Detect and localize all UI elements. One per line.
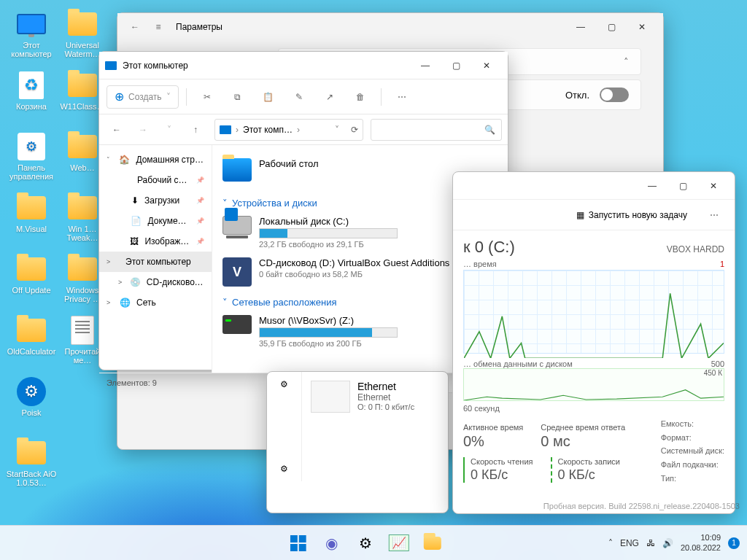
cut-icon[interactable]: ✂ bbox=[194, 84, 220, 110]
taskbar: ◉ ⚙ 📈 ˄ ENG 🖧 🔊 10:09 20.08.2022 1 bbox=[0, 525, 747, 560]
pc-icon bbox=[105, 61, 117, 70]
item-count: Элементов: 9 bbox=[107, 378, 157, 387]
ethernet-title: Ethernet bbox=[357, 381, 414, 392]
disk-model: VBOX HARDD bbox=[667, 244, 724, 254]
desktop-icons: Этот компьютерКорзина⚙Панель управленияM… bbox=[6, 6, 108, 516]
toggle-label: Откл. bbox=[565, 90, 589, 101]
new-button[interactable]: ⊕Создать˅ bbox=[107, 85, 179, 109]
chevron-up-icon: ˄ bbox=[624, 56, 629, 67]
desktop-icon[interactable]: ⚙Панель управления bbox=[6, 128, 57, 190]
sidebar-item[interactable]: >🌐Сеть bbox=[99, 292, 212, 313]
sidebar-item[interactable]: ˅🏠Домашняя стра… bbox=[99, 149, 212, 170]
explorer-title: Этот компьютер bbox=[123, 61, 410, 71]
desktop-icon[interactable]: OldCalculator bbox=[6, 312, 57, 373]
minimize-button[interactable]: — bbox=[565, 15, 596, 39]
disk-meta: Емкость:Формат:Системный диск:Файл подка… bbox=[661, 417, 724, 485]
ethernet-thumb bbox=[311, 381, 350, 413]
toggle-switch[interactable] bbox=[600, 88, 629, 102]
ethernet-window: ⚙ ⚙ Ethernet Ethernet О: 0 П: 0 кбит/с bbox=[266, 371, 449, 513]
tray-clock[interactable]: 10:09 20.08.2022 bbox=[681, 533, 721, 552]
close-button[interactable]: ✕ bbox=[698, 174, 729, 198]
sidebar-item[interactable]: Рабочий ст…📌 bbox=[99, 170, 212, 190]
gear-icon[interactable]: ⚙ bbox=[280, 379, 288, 389]
svg-rect-1 bbox=[299, 535, 306, 542]
svg-rect-2 bbox=[290, 544, 298, 551]
desktop-icon[interactable]: Off Update bbox=[6, 251, 57, 312]
sidebar-item[interactable]: >💿CD-дисковод (D… bbox=[99, 272, 212, 292]
maximize-button[interactable]: ▢ bbox=[441, 54, 471, 77]
more-icon[interactable]: ⋯ bbox=[701, 202, 727, 228]
sidebar-item[interactable]: >Этот компьютер bbox=[99, 252, 212, 272]
nav-up[interactable]: ↑ bbox=[184, 118, 207, 141]
svg-rect-0 bbox=[290, 535, 298, 542]
search-input[interactable]: 🔍 bbox=[371, 119, 502, 141]
taskbar-settings-icon[interactable]: ⚙ bbox=[351, 529, 380, 558]
desktop-icon[interactable]: ⚙Poisk bbox=[6, 373, 57, 435]
settings-titlebar: ← ≡ Параметры — ▢ ✕ bbox=[117, 13, 663, 41]
desktop-icon[interactable]: Корзина bbox=[6, 67, 57, 128]
tray-network-icon[interactable]: 🖧 bbox=[646, 538, 655, 548]
desktop-icon[interactable]: Этот компьютер bbox=[6, 6, 57, 67]
desktop-icon[interactable]: StartBack AiO 1.0.53… bbox=[6, 435, 57, 496]
start-button[interactable] bbox=[284, 529, 313, 558]
ethernet-sub: Ethernet bbox=[357, 392, 414, 402]
minimize-button[interactable]: — bbox=[410, 54, 441, 77]
tray-volume-icon[interactable]: 🔊 bbox=[662, 538, 673, 548]
run-task-button[interactable]: ▦Запустить новую задачу bbox=[570, 206, 694, 224]
taskmgr-titlebar: — ▢ ✕ bbox=[453, 172, 735, 200]
ethernet-rate: О: 0 П: 0 кбит/с bbox=[357, 402, 414, 411]
svg-rect-3 bbox=[299, 544, 306, 551]
tray-notification-badge[interactable]: 1 bbox=[728, 537, 740, 549]
explorer-sidebar: ˅🏠Домашняя стра…Рабочий ст…📌⬇Загрузки📌📄Д… bbox=[99, 145, 212, 373]
sidebar-item[interactable]: 📄Документы📌 bbox=[99, 211, 212, 231]
disk-label: к 0 (C:) bbox=[463, 238, 515, 257]
address-bar-row: ← → ˅ ↑ › Этот комп… › ˅ ⟳ 🔍 bbox=[99, 114, 508, 145]
close-button[interactable]: ✕ bbox=[471, 54, 502, 77]
back-button[interactable]: ← bbox=[123, 15, 147, 39]
desktop-icon[interactable]: M.Visual bbox=[6, 190, 57, 251]
taskmgr-window: — ▢ ✕ ▦Запустить новую задачу ⋯ к 0 (C:)… bbox=[452, 171, 735, 514]
settings-title: Параметры bbox=[176, 22, 565, 32]
nav-recent[interactable]: ˅ bbox=[158, 118, 181, 141]
watermark-text: Пробная версия. Build 22598.ni_release.2… bbox=[543, 502, 740, 510]
nav-forward[interactable]: → bbox=[131, 118, 155, 141]
maximize-button[interactable]: ▢ bbox=[667, 174, 698, 198]
pc-icon bbox=[220, 125, 231, 134]
nav-back[interactable]: ← bbox=[105, 118, 128, 141]
breadcrumb[interactable]: › Этот комп… › ˅ ⟳ bbox=[214, 119, 363, 141]
hamburger-icon[interactable]: ≡ bbox=[147, 15, 170, 39]
graph-xaxis: 60 секунд bbox=[463, 404, 724, 413]
minimize-button[interactable]: — bbox=[637, 174, 667, 198]
gear-icon[interactable]: ⚙ bbox=[280, 464, 288, 474]
share-icon[interactable]: ↗ bbox=[317, 84, 343, 110]
system-tray: ˄ ENG 🖧 🔊 10:09 20.08.2022 1 bbox=[601, 533, 747, 552]
disk-activity-graph bbox=[463, 270, 724, 354]
explorer-titlebar: Этот компьютер — ▢ ✕ bbox=[99, 52, 508, 79]
explorer-window: Этот компьютер — ▢ ✕ ⊕Создать˅ ✂ ⧉ 📋 ✎ ↗… bbox=[98, 51, 508, 370]
maximize-button[interactable]: ▢ bbox=[596, 15, 627, 39]
more-icon[interactable]: ⋯ bbox=[389, 84, 415, 110]
tray-chevron-icon[interactable]: ˄ bbox=[608, 538, 613, 548]
taskbar-taskmgr-icon[interactable]: 📈 bbox=[384, 529, 414, 558]
sidebar-item[interactable]: 🖼Изображен…📌 bbox=[99, 231, 212, 252]
disk-transfer-graph: 450 К bbox=[463, 368, 724, 401]
paste-icon[interactable]: 📋 bbox=[255, 84, 282, 110]
close-button[interactable]: ✕ bbox=[627, 15, 657, 39]
copy-icon[interactable]: ⧉ bbox=[225, 84, 251, 110]
tray-language[interactable]: ENG bbox=[620, 538, 639, 548]
rename-icon[interactable]: ✎ bbox=[286, 84, 312, 110]
sidebar-item[interactable]: ⬇Загрузки📌 bbox=[99, 190, 212, 211]
taskmgr-toolbar: ▦Запустить новую задачу ⋯ bbox=[453, 200, 735, 230]
taskbar-explorer-icon[interactable] bbox=[418, 529, 447, 558]
taskbar-chat-icon[interactable]: ◉ bbox=[317, 529, 347, 558]
delete-icon[interactable]: 🗑 bbox=[347, 84, 374, 110]
explorer-toolbar: ⊕Создать˅ ✂ ⧉ 📋 ✎ ↗ 🗑 ⋯ bbox=[99, 79, 508, 114]
